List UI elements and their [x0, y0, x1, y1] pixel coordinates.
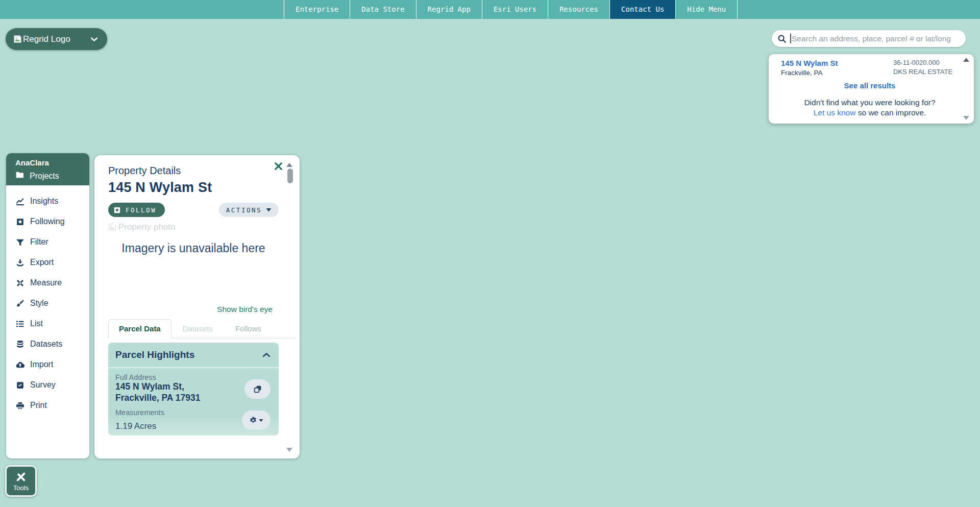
sidebar-item-survey[interactable]: Survey — [6, 375, 89, 395]
top-nav-tabs: Enterprise Data Store Regrid App Esri Us… — [284, 0, 738, 19]
sidebar-item-label: Export — [30, 258, 54, 267]
dropdown-scroll-down-icon[interactable] — [963, 116, 969, 120]
let-us-know-link[interactable]: Let us know — [814, 108, 856, 117]
caret-down-icon — [266, 208, 272, 212]
text-cursor — [790, 34, 791, 43]
result-left: 145 N Wylam St Frackville, PA — [781, 59, 838, 77]
parcel-highlights-section: Parcel Highlights Full Address 145 N Wyl… — [108, 343, 279, 436]
sidebar-item-label: Insights — [30, 197, 58, 206]
sidebar-item-label: List — [30, 319, 43, 328]
actions-button-label: ACTIONS — [226, 206, 262, 214]
result-right: 36-11-0020.000 DKS REAL ESTATE — [893, 59, 959, 77]
show-birds-eye-link[interactable]: Show bird's eye — [217, 305, 273, 314]
app-screen: Enterprise Data Store Regrid App Esri Us… — [0, 0, 980, 507]
parcel-highlights-header[interactable]: Parcel Highlights — [108, 343, 279, 368]
folder-icon — [15, 171, 24, 181]
panel-scroll-up-icon[interactable] — [286, 163, 292, 167]
search-icon — [777, 34, 787, 43]
download-tray-icon — [15, 258, 24, 267]
follow-button[interactable]: FOLLOW — [108, 203, 165, 217]
tools-icon — [15, 471, 27, 483]
not-found-question: Didn't find what you were looking for? — [804, 98, 935, 107]
close-icon[interactable] — [274, 162, 283, 171]
not-found-message: Didn't find what you were looking for? L… — [781, 98, 959, 118]
chevron-up-icon — [262, 352, 271, 357]
sidebar-item-print[interactable]: Print — [6, 395, 89, 416]
project-name: AnaClara — [15, 158, 89, 167]
funnel-icon — [15, 238, 24, 247]
actions-button[interactable]: ACTIONS — [219, 203, 279, 217]
panel-scroll-down-icon[interactable] — [286, 448, 292, 452]
full-address-label: Full Address — [115, 373, 272, 381]
parcel-highlights-body: Full Address 145 N Wylam St, Frackville,… — [108, 368, 279, 436]
nav-tab-enterprise[interactable]: Enterprise — [284, 0, 350, 19]
printer-icon — [15, 401, 24, 410]
sidebar-item-label: Measure — [30, 278, 62, 287]
sidebar-tools-list: Insights Following Filter Export — [6, 185, 89, 416]
sidebar-item-datasets[interactable]: Datasets — [6, 334, 89, 354]
sidebar-item-export[interactable]: Export — [6, 252, 89, 273]
search-result-item[interactable]: 145 N Wylam St Frackville, PA 36-11-0020… — [781, 59, 959, 77]
cloud-upload-icon — [15, 360, 24, 369]
search-input[interactable] — [792, 34, 960, 43]
tools-button[interactable]: Tools — [5, 465, 37, 497]
sidebar-item-list[interactable]: List — [6, 313, 89, 334]
sidebar-item-label: Following — [30, 217, 65, 226]
panel-actions-row: FOLLOW ACTIONS — [108, 203, 279, 217]
regrid-logo-button[interactable]: Regrid Logo — [6, 28, 107, 50]
improve-text: so we can improve. — [855, 108, 926, 117]
chevron-down-icon — [90, 37, 98, 42]
measure-icon — [15, 279, 24, 287]
property-details-panel: Property Details 145 N Wylam St FOLLOW A… — [94, 155, 300, 458]
left-sidebar: AnaClara Projects Insights Following — [6, 153, 89, 458]
nav-tab-resources[interactable]: Resources — [548, 0, 610, 19]
panel-scrollbar-thumb[interactable] — [287, 168, 293, 183]
sidebar-item-measure[interactable]: Measure — [6, 273, 89, 293]
sidebar-item-import[interactable]: Import — [6, 354, 89, 375]
sidebar-item-label: Filter — [30, 237, 48, 247]
sidebar-item-projects[interactable]: Projects — [15, 171, 89, 181]
measurement-settings-button[interactable] — [242, 411, 271, 430]
nav-tab-data-store[interactable]: Data Store — [350, 0, 416, 19]
copy-address-button[interactable] — [244, 379, 271, 399]
tools-button-label: Tools — [13, 484, 29, 492]
sidebar-item-label: Survey — [30, 380, 56, 390]
result-locality: Frackville, PA — [781, 69, 838, 77]
checkbox-icon — [15, 381, 24, 390]
nav-tab-regrid-app[interactable]: Regrid App — [416, 0, 482, 19]
copy-icon — [253, 384, 262, 394]
gear-icon — [249, 416, 257, 424]
sidebar-item-style[interactable]: Style — [6, 293, 89, 313]
bookmark-star-icon — [113, 206, 121, 214]
insights-chart-icon — [15, 197, 24, 206]
result-parcel-id: 36-11-0020.000 — [893, 59, 959, 66]
top-nav-bar: Enterprise Data Store Regrid App Esri Us… — [0, 0, 980, 19]
photo-alt-text: Property photo — [118, 222, 176, 232]
nav-tab-contact-us[interactable]: Contact Us — [610, 0, 676, 19]
dropdown-scroll-up-icon[interactable] — [963, 58, 969, 62]
broken-image-icon — [108, 223, 116, 231]
tab-parcel-data[interactable]: Parcel Data — [108, 319, 172, 339]
caret-down-icon — [259, 419, 263, 422]
panel-title: Property Details — [108, 165, 279, 177]
result-address[interactable]: 145 N Wylam St — [781, 59, 838, 67]
tab-datasets[interactable]: Datasets — [172, 319, 224, 338]
search-bar — [772, 30, 966, 47]
tab-follows[interactable]: Follows — [224, 319, 273, 338]
search-results-dropdown: 145 N Wylam St Frackville, PA 36-11-0020… — [769, 54, 974, 124]
see-all-results-link[interactable]: See all results — [781, 81, 959, 90]
result-owner: DKS REAL ESTATE — [893, 68, 959, 76]
nav-tab-esri-users[interactable]: Esri Users — [482, 0, 548, 19]
nav-tab-hide-menu[interactable]: Hide Menu — [676, 0, 738, 19]
photo-alt-row: Property photo — [108, 222, 279, 232]
sidebar-item-following[interactable]: Following — [6, 211, 89, 232]
list-icon — [15, 320, 24, 328]
sidebar-project-header: AnaClara Projects — [6, 153, 89, 185]
parcel-highlights-title: Parcel Highlights — [115, 349, 194, 360]
sidebar-item-label: Import — [30, 360, 53, 369]
property-address-heading: 145 N Wylam St — [108, 180, 279, 196]
logo-alt-text: Regrid Logo — [23, 34, 70, 44]
sidebar-item-insights[interactable]: Insights — [6, 191, 89, 211]
sidebar-item-filter[interactable]: Filter — [6, 232, 89, 252]
sidebar-item-label: Print — [30, 401, 47, 410]
